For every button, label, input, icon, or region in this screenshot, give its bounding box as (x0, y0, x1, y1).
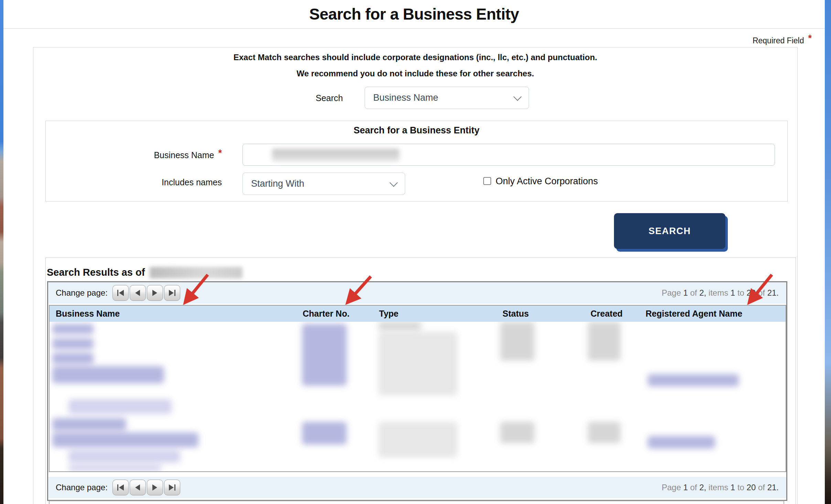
required-asterisk-icon: * (218, 148, 222, 158)
redacted-business-name-link (52, 366, 164, 383)
column-header-charter-no[interactable]: Charter No. (303, 309, 349, 319)
instruction-line-2: We recommend you do not include these fo… (33, 69, 797, 78)
pager-bottom: Change page: Page 1 of 2, items 1 to 20 … (48, 477, 786, 498)
previous-page-button[interactable] (130, 285, 146, 301)
search-type-label: Search (274, 93, 343, 103)
page-info: Page 1 of 2, items 1 to 20 of 21. (662, 483, 779, 492)
results-container: Change page: Page 1 of 2, items 1 to 20 … (47, 281, 787, 501)
results-heading: Search Results as of (47, 267, 242, 278)
only-active-checkbox[interactable] (483, 177, 491, 185)
previous-page-icon (135, 290, 140, 296)
redacted-created-value (588, 422, 620, 443)
background-photo-left-strip (0, 0, 3, 504)
redacted-registered-agent-link (648, 436, 715, 449)
next-page-button[interactable] (147, 480, 163, 495)
redacted-created-value (588, 322, 620, 361)
last-page-button[interactable] (164, 285, 180, 301)
redacted-charter-no-link (302, 422, 347, 445)
instruction-line-1: Exact Match searches should include corp… (33, 53, 797, 62)
redacted-registered-agent-link (648, 374, 739, 386)
first-page-button[interactable] (112, 480, 129, 495)
pager-top: Change page: Page 1 of 2, items 1 to 20 … (48, 282, 786, 304)
next-section-partial-box (49, 501, 784, 504)
business-name-input[interactable] (242, 144, 775, 166)
skip-to-last-icon (169, 290, 174, 296)
column-header-type[interactable]: Type (379, 309, 399, 319)
page-info: Page 1 of 2, items 1 to 20 of 21. (662, 288, 779, 298)
column-header-registered-agent[interactable]: Registered Agent Name (646, 309, 742, 319)
business-name-label: Business Name* (115, 148, 222, 160)
page-title: Search for a Business Entity (309, 5, 519, 23)
next-page-icon (152, 290, 157, 296)
skip-to-last-icon (169, 484, 174, 491)
includes-names-selected-value: Starting With (251, 178, 304, 189)
column-header-created[interactable]: Created (591, 309, 623, 319)
required-field-note: Required Field* (753, 33, 812, 45)
redacted-business-name-link (68, 399, 172, 414)
chevron-down-icon (389, 178, 398, 187)
redacted-status-value (500, 322, 535, 361)
change-page-label: Change page: (56, 483, 108, 492)
redacted-business-name-link (52, 353, 94, 364)
first-page-button[interactable] (112, 285, 129, 301)
includes-names-select[interactable]: Starting With (242, 173, 405, 195)
redacted-business-name-value (272, 149, 399, 161)
search-results-section: Search Results as of Change page: Page 1… (45, 258, 796, 504)
search-page-panel: Exact Match searches should include corp… (33, 47, 798, 504)
redacted-results-timestamp (150, 267, 242, 278)
results-table: Business Name Charter No. Type Status Cr… (49, 305, 786, 472)
required-field-label: Required Field (753, 36, 804, 45)
previous-page-button[interactable] (130, 480, 146, 495)
business-entity-search-form: Search for a Business Entity Business Na… (45, 121, 788, 201)
search-type-selected-value: Business Name (373, 92, 438, 103)
skip-to-first-icon (117, 290, 118, 296)
redacted-type-value (378, 422, 457, 457)
page-header: Search for a Business Entity (3, 0, 825, 29)
search-button[interactable]: SEARCH (614, 213, 725, 249)
redacted-type-value (378, 332, 457, 395)
search-type-select[interactable]: Business Name (365, 87, 529, 109)
change-page-label: Change page: (56, 288, 108, 298)
includes-names-label: Includes names (115, 177, 222, 187)
results-table-body-redacted (50, 322, 786, 471)
redacted-charter-no-links (302, 324, 347, 386)
results-table-header: Business Name Charter No. Type Status Cr… (50, 306, 786, 322)
redacted-business-name-link (52, 432, 198, 447)
column-header-business-name[interactable]: Business Name (56, 309, 120, 319)
chevron-down-icon (513, 92, 521, 101)
next-page-icon (152, 484, 157, 491)
column-header-status[interactable]: Status (503, 309, 529, 319)
next-page-button[interactable] (147, 285, 163, 301)
redacted-type-value (378, 322, 421, 330)
redacted-business-name-link (68, 450, 180, 463)
skip-to-first-icon (117, 484, 118, 491)
redacted-business-name-link (52, 338, 94, 349)
redacted-business-name-link (52, 324, 94, 334)
required-asterisk-icon: * (808, 33, 812, 43)
last-page-button[interactable] (164, 480, 180, 495)
redacted-status-value (500, 422, 535, 443)
background-photo-right-strip (825, 0, 831, 504)
redacted-business-name-link (68, 465, 161, 471)
only-active-label: Only Active Corporations (496, 176, 598, 187)
redacted-business-name-link (52, 418, 126, 431)
form-title: Search for a Business Entity (46, 125, 787, 136)
previous-page-icon (135, 484, 140, 491)
